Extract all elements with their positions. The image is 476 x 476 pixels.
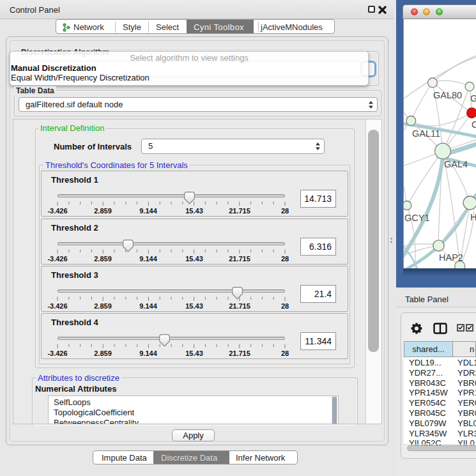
svg-text:G.: G.	[470, 93, 476, 104]
svg-text:HAP2: HAP2	[439, 252, 463, 263]
svg-text:GCY1: GCY1	[404, 213, 430, 223]
svg-text:GAL80: GAL80	[433, 90, 462, 100]
svg-text:C: C	[472, 119, 476, 130]
svg-text:GAL4: GAL4	[444, 159, 468, 169]
svg-text:GAL11: GAL11	[412, 128, 440, 139]
svg-text:H: H	[470, 212, 476, 222]
